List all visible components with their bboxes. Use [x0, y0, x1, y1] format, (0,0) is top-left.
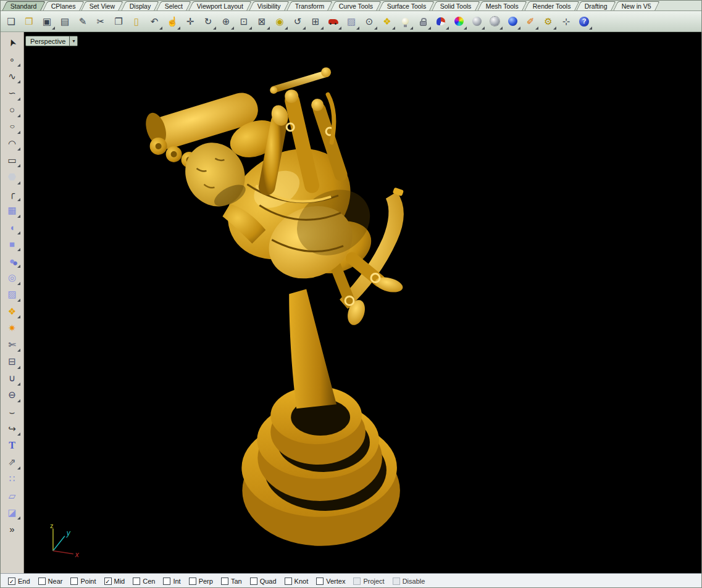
osnap-project[interactable]: Project	[353, 578, 384, 585]
checkbox-icon[interactable]	[285, 578, 292, 585]
tab-viewport-layout[interactable]: Viewport Layout	[189, 1, 252, 10]
lightbulb-button[interactable]	[396, 13, 414, 30]
osnap-cen[interactable]: Cen	[133, 578, 155, 585]
polygon-button[interactable]	[4, 169, 21, 185]
dimension-button[interactable]: ⊹	[558, 13, 575, 30]
checkbox-icon[interactable]	[189, 578, 196, 585]
checkbox-icon[interactable]	[353, 578, 361, 585]
viewport-title[interactable]: Perspective ▼	[25, 36, 78, 46]
tab-new-in-v5[interactable]: New in V5	[613, 1, 659, 10]
select-pointer-button[interactable]: ➤	[4, 35, 21, 51]
tab-mesh-tools[interactable]: Mesh Tools	[477, 1, 527, 10]
distance-button[interactable]: ⊙	[361, 13, 378, 30]
boolean-union-button[interactable]: ∪	[4, 370, 21, 386]
cage-edit-button[interactable]: ◪	[4, 504, 21, 520]
selection-filter-button[interactable]: ❖	[378, 13, 396, 30]
osnap-disable[interactable]: Disable	[393, 578, 425, 585]
print-button[interactable]: ▤	[56, 13, 73, 30]
tab-visibility[interactable]: Visibility	[249, 1, 290, 10]
options-gear-button[interactable]: ⚙	[540, 13, 557, 30]
checkbox-icon[interactable]	[38, 578, 46, 585]
osnap-point[interactable]: Point	[70, 578, 96, 585]
split-button[interactable]: ⊟	[4, 354, 21, 370]
fillet-curve-button[interactable]: ╭	[4, 186, 21, 202]
osnap-mid[interactable]: Mid	[104, 578, 125, 585]
adjust-curve-button[interactable]: ⌣	[4, 404, 21, 420]
rectangle-button[interactable]: ▭	[4, 152, 21, 168]
checkbox-icon[interactable]	[70, 578, 78, 585]
named-views-car-button[interactable]	[325, 13, 342, 30]
more-tools-button[interactable]: »	[4, 521, 21, 537]
undo-button[interactable]: ↶	[146, 13, 163, 30]
osnap-end[interactable]: End	[8, 578, 30, 585]
checkbox-icon[interactable]	[8, 578, 15, 585]
osnap-quad[interactable]: Quad	[250, 578, 277, 585]
xray-sphere-button[interactable]	[486, 13, 503, 30]
osnap-perp[interactable]: Perp	[189, 578, 213, 585]
spheres-button[interactable]: ●	[4, 252, 21, 268]
tab-standard[interactable]: Standard	[2, 1, 45, 10]
zoom-selected-button[interactable]: ◉	[271, 13, 288, 30]
map-button[interactable]: ▨	[343, 13, 360, 30]
patch-surface-button[interactable]: ▨	[4, 286, 21, 302]
checkbox-icon[interactable]	[250, 578, 257, 585]
tab-transform[interactable]: Transform	[286, 1, 333, 10]
new-document-button[interactable]: ❏	[2, 13, 20, 30]
rotate-view-button[interactable]: ↻	[199, 13, 217, 30]
viewport-canvas[interactable]: z y x	[24, 32, 701, 573]
layer-wedge-button[interactable]	[432, 13, 449, 30]
text-object-button[interactable]: T	[4, 437, 21, 453]
array-button[interactable]: ∷	[4, 471, 21, 487]
tab-solid-tools[interactable]: Solid Tools	[432, 1, 480, 10]
four-viewports-button[interactable]: ⊞	[307, 13, 324, 30]
rendered-sphere-button[interactable]	[504, 13, 521, 30]
perspective-viewport[interactable]: Perspective ▼	[24, 32, 701, 573]
checkbox-icon[interactable]	[133, 578, 140, 585]
checkbox-icon[interactable]	[104, 578, 112, 585]
paste-button[interactable]: ▯	[128, 13, 145, 30]
cut-button[interactable]: ✂	[92, 13, 109, 30]
join-puzzle-button[interactable]: ❖	[4, 303, 21, 319]
copy-button[interactable]: ❐	[110, 13, 127, 30]
padlock-button[interactable]	[414, 13, 432, 30]
control-point-curve-button[interactable]: ∽	[4, 85, 21, 101]
osnap-tan[interactable]: Tan	[221, 578, 242, 585]
osnap-int[interactable]: Int	[163, 578, 180, 585]
tab-cplanes[interactable]: CPlanes	[43, 1, 84, 10]
open-folder-button[interactable]: ❒	[20, 13, 38, 30]
checkbox-icon[interactable]	[221, 578, 228, 585]
move-button[interactable]: ⇗	[4, 454, 21, 470]
boolean-difference-button[interactable]: ⊖	[4, 387, 21, 403]
zoom-undo-button[interactable]: ↺	[289, 13, 306, 30]
ellipse-button[interactable]: ○	[4, 118, 21, 135]
surface-from-points-button[interactable]: ▦	[4, 202, 21, 218]
tab-render-tools[interactable]: Render Tools	[524, 1, 579, 10]
tab-display[interactable]: Display	[121, 1, 159, 10]
point-button[interactable]: ∘	[4, 51, 21, 67]
extend-curve-button[interactable]: ↪	[4, 420, 21, 436]
polyline-button[interactable]: ∿	[4, 68, 21, 84]
explode-button[interactable]: ✷	[4, 320, 21, 336]
viewport-dropdown-icon[interactable]: ▼	[69, 36, 77, 46]
tab-drafting[interactable]: Drafting	[577, 1, 616, 10]
statue-3d-model[interactable]	[142, 67, 404, 546]
shaded-sphere-button[interactable]	[468, 13, 485, 30]
zoom-extents-button[interactable]: ⊠	[253, 13, 270, 30]
checkbox-icon[interactable]	[316, 578, 324, 585]
circle-button[interactable]: ○	[4, 102, 21, 118]
shear-button[interactable]: ▱	[4, 487, 21, 503]
zoom-window-button[interactable]: ⊡	[235, 13, 253, 30]
osnap-vertex[interactable]: Vertex	[316, 578, 345, 585]
curved-surface-button[interactable]: ◖	[4, 219, 21, 235]
arc-button[interactable]: ◠	[4, 135, 21, 151]
tab-select[interactable]: Select	[156, 1, 191, 10]
checkbox-icon[interactable]	[393, 578, 400, 585]
osnap-knot[interactable]: Knot	[285, 578, 309, 585]
box-button[interactable]: ■	[4, 236, 21, 252]
edit-page-button[interactable]: ✎	[74, 13, 91, 30]
tab-curve-tools[interactable]: Curve Tools	[330, 1, 382, 10]
checkbox-icon[interactable]	[163, 578, 170, 585]
osnap-near[interactable]: Near	[38, 578, 63, 585]
pan-button[interactable]: ☝	[164, 13, 181, 30]
save-button[interactable]: ▣	[38, 13, 56, 30]
